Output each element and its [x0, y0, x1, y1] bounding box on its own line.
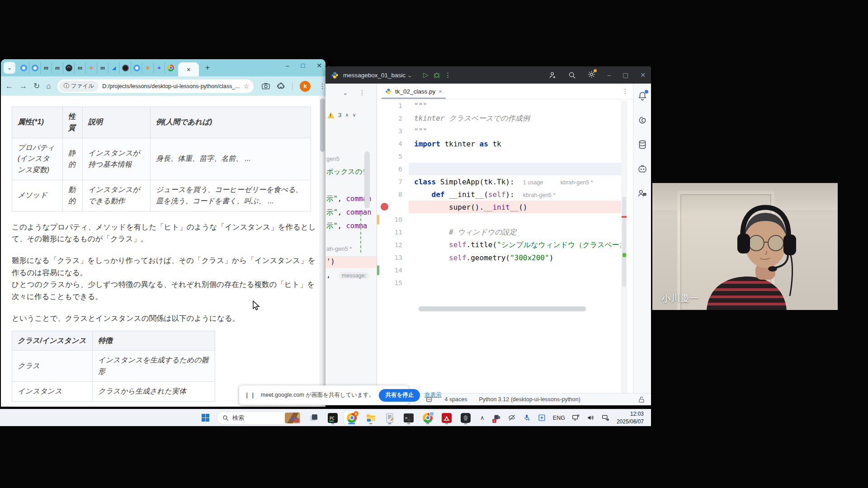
notifications-bell-icon[interactable] — [637, 91, 647, 101]
back-icon[interactable]: ← — [5, 82, 13, 91]
editor-hscrollbar[interactable] — [419, 306, 586, 311]
teams-icon[interactable]: 1 — [493, 414, 501, 422]
snip-tool-icon[interactable] — [538, 414, 546, 422]
chat-users-icon[interactable] — [637, 188, 647, 198]
code-line[interactable]: 11 # ウィンドウの設定 — [377, 226, 621, 239]
bg-kebab-icon[interactable]: ⋮ — [359, 89, 365, 96]
pinned-tab-blue-circle-icon[interactable] — [29, 62, 41, 74]
code-line[interactable]: 1""" — [377, 99, 621, 112]
pinned-tab-m-letter-icon[interactable]: m — [41, 62, 52, 74]
ide-minimize-icon[interactable]: – — [607, 71, 611, 79]
ai-assistant-icon[interactable] — [637, 115, 647, 125]
pinned-tab-blue-circle-icon[interactable] — [18, 62, 29, 74]
new-tab-button[interactable]: + — [202, 62, 213, 74]
code-line[interactable]: 6 — [377, 163, 621, 175]
bookmark-star-icon[interactable]: ☆ — [244, 83, 250, 90]
tab-search-chevron-icon[interactable]: ⌄ — [4, 62, 15, 74]
minimize-button[interactable]: – — [286, 62, 289, 69]
pinned-tab-blue-triangle-icon[interactable]: ◢ — [108, 62, 120, 74]
add-user-icon[interactable] — [549, 71, 557, 79]
code-line[interactable]: 2tkinter クラスベースでの作成例 — [377, 112, 621, 125]
clock[interactable]: 12:03 2025/06/07 — [617, 410, 646, 425]
pinned-tabs[interactable]: mm◠m✳m◢✳✦ — [18, 62, 176, 74]
screen-capture-icon[interactable] — [262, 83, 270, 89]
database-icon[interactable] — [637, 140, 647, 150]
onedrive-paused-icon[interactable] — [508, 414, 516, 422]
extensions-icon[interactable] — [277, 82, 285, 90]
pinned-tab-m-letter-icon[interactable]: m — [97, 62, 108, 74]
code-line[interactable]: 10 — [377, 213, 621, 226]
bg-chevron-icon[interactable]: ⌄ — [343, 89, 348, 96]
bg-scrollbar-thumb[interactable] — [364, 151, 370, 208]
taskbar-pycharm-icon[interactable]: PC — [325, 411, 340, 425]
run-more-icon[interactable]: ⋮ — [445, 71, 451, 79]
profile-avatar[interactable]: k — [300, 81, 311, 92]
taskbar-task-view-icon[interactable] — [306, 411, 321, 425]
taskbar-search[interactable]: 検索 — [217, 411, 302, 425]
pinned-tab-blue-circle-icon[interactable] — [131, 62, 142, 74]
pinned-tab-dark-lens-icon[interactable] — [120, 62, 131, 74]
search-icon[interactable] — [568, 71, 576, 79]
page-scrollbar[interactable] — [319, 96, 326, 407]
editor-tab[interactable]: tk_02_class.py × — [382, 84, 446, 99]
reload-icon[interactable]: ↻ — [33, 81, 40, 91]
pinned-tab-m-letter-icon[interactable]: m — [52, 62, 63, 74]
editor-tab-close-icon[interactable]: × — [439, 88, 442, 95]
code-line[interactable]: 13 self.geometry("300x200") — [377, 251, 621, 264]
assistant-face-icon[interactable] — [637, 164, 647, 174]
code-line[interactable]: 8 def __init__(self): kbrah-gen5 * — [377, 188, 621, 201]
code-line[interactable]: 14 — [377, 264, 621, 277]
code-line[interactable]: 12 self.title("シンプルなウィンドウ（クラスベース — [377, 239, 621, 251]
volume-icon[interactable] — [587, 414, 595, 422]
taskbar-dark-app-icon[interactable] — [458, 411, 473, 425]
tray-chevron-icon[interactable]: ∧ — [478, 414, 486, 422]
breakpoint-icon[interactable] — [381, 203, 388, 211]
ide-close-icon[interactable]: ✕ — [640, 71, 646, 79]
prev-problem-icon[interactable]: ∧ — [345, 112, 349, 118]
code-editor[interactable]: 1"""2tkinter クラスベースでの作成例3"""4import tkin… — [377, 99, 621, 289]
code-line[interactable]: 5 — [377, 150, 621, 163]
ide-maximize-icon[interactable]: ▢ — [623, 71, 628, 79]
indent-indicator[interactable]: 4 spaces — [444, 396, 467, 403]
hide-banner-link[interactable]: 非表示 — [425, 391, 442, 399]
taskbar-terminal-icon[interactable]: >_ — [401, 411, 416, 425]
pinned-tab-red-asterisk-icon[interactable]: ✳ — [142, 62, 154, 74]
input-language[interactable]: ENG — [553, 415, 565, 421]
readonly-lock-icon[interactable] — [638, 396, 645, 403]
code-line[interactable]: 15 — [377, 277, 621, 289]
taskbar-notepad-icon[interactable] — [382, 411, 397, 425]
taskbar-chrome-active-icon[interactable]: k — [344, 411, 359, 425]
mic-in-use-icon[interactable] — [523, 414, 531, 422]
home-icon[interactable]: ⌂ — [46, 82, 51, 91]
editor-options-icon[interactable]: ⋮ — [622, 88, 628, 95]
code-line[interactable]: super().__init__() — [377, 201, 621, 213]
pinned-tab-github-icon[interactable]: ◠ — [63, 62, 75, 74]
network-display-icon[interactable] — [572, 414, 580, 422]
tab-close-icon[interactable]: × — [187, 66, 190, 73]
next-problem-icon[interactable]: ∨ — [353, 112, 356, 118]
pinned-tab-m-letter-icon[interactable]: m — [75, 62, 86, 74]
active-tab[interactable]: × — [178, 62, 199, 76]
settings-gear-icon[interactable] — [588, 70, 595, 80]
pinned-tab-red-asterisk-icon[interactable]: ✳ — [86, 62, 97, 74]
code-line[interactable]: 4import tkinter as tk — [377, 137, 621, 150]
pinned-tab-blue-sparkle-icon[interactable]: ✦ — [154, 62, 165, 74]
run-icon[interactable]: ▷ — [423, 71, 429, 79]
debug-icon[interactable] — [433, 71, 440, 79]
url-text[interactable]: D:/projects/lessons/desktop-ui-lessons-p… — [102, 83, 240, 89]
taskbar-chrome-profile-icon[interactable] — [420, 411, 435, 425]
taskbar-acrobat-icon[interactable] — [439, 411, 454, 425]
run-configuration[interactable]: messagebox_01_basic ⌄ — [343, 71, 412, 79]
editor-vscrollbar[interactable] — [621, 101, 627, 393]
page-info-chip[interactable]: ⓘ ファイル — [59, 81, 99, 92]
close-button[interactable]: ✕ — [316, 62, 322, 69]
address-bar[interactable]: ⓘ ファイル D:/projects/lessons/desktop-ui-le… — [57, 80, 254, 93]
code-line[interactable]: 7class SimpleApp(tk.Tk): 1 usage kbrah-g… — [377, 175, 621, 188]
forward-icon[interactable]: → — [19, 82, 27, 91]
taskbar-explorer-icon[interactable] — [363, 411, 378, 425]
problems-widget[interactable]: 3 ∧ ∨ — [327, 112, 356, 118]
interpreter-indicator[interactable]: Python 3.12 (desktop-ui-lessons-python) — [479, 396, 580, 403]
maximize-button[interactable]: □ — [301, 62, 305, 69]
start-button[interactable] — [198, 411, 213, 425]
pinned-tab-chrome-icon[interactable] — [165, 62, 176, 74]
